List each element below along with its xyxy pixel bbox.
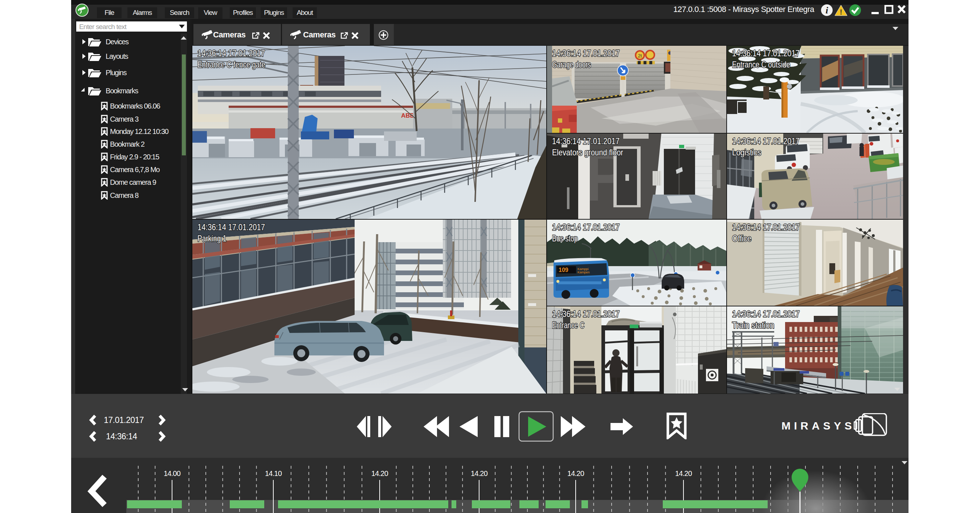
svg-text:14:36:14 17.01.2017: 14:36:14 17.01.2017 [197, 222, 265, 232]
svg-text:Entrance C: Entrance C [552, 320, 584, 330]
svg-text:Train station: Train station [732, 320, 774, 330]
svg-text:109: 109 [558, 267, 568, 273]
svg-text:Bus stop: Bus stop [552, 233, 578, 243]
svg-text:Entrance C outside: Entrance C outside [732, 59, 790, 69]
svg-text:Garage doors: Garage doors [552, 59, 591, 69]
svg-text:Kampen: Kampen [578, 271, 590, 274]
svg-text:Parking 1: Parking 1 [197, 233, 226, 243]
svg-text:Entrance C fence gate: Entrance C fence gate [197, 59, 265, 69]
svg-text:14:36:14 17.01.2017: 14:36:14 17.01.2017 [197, 48, 265, 58]
svg-text:14:36:14 17.01.2017: 14:36:14 17.01.2017 [552, 309, 620, 319]
svg-text:14:36:14 17.01.2017: 14:36:14 17.01.2017 [552, 222, 620, 232]
svg-text:2t: 2t [638, 53, 642, 59]
svg-text:Office: Office [732, 233, 751, 243]
svg-text:14:36:14 17.01.2017: 14:36:14 17.01.2017 [732, 136, 800, 146]
svg-text:14:36:14 17.01.2017: 14:36:14 17.01.2017 [732, 48, 800, 58]
svg-text:i: i [826, 5, 828, 16]
svg-text:14:36:14 17.01.2017: 14:36:14 17.01.2017 [732, 309, 800, 319]
svg-text:Logistics: Logistics [732, 147, 761, 157]
svg-text:!: ! [840, 8, 842, 16]
svg-text:Elevators ground floor: Elevators ground floor [552, 147, 623, 157]
svg-text:14:36:14 17.01.2017: 14:36:14 17.01.2017 [552, 48, 620, 58]
svg-text:14:36:14 17.01.2017: 14:36:14 17.01.2017 [552, 136, 620, 146]
svg-text:14:36:14 17.01.2017: 14:36:14 17.01.2017 [732, 222, 800, 232]
